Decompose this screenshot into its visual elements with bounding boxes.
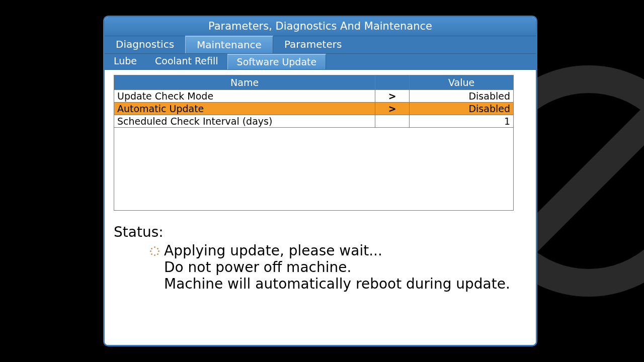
- secondary-tab-row: Lube Coolant Refill Software Update: [105, 54, 536, 70]
- spinner-icon: [150, 246, 159, 255]
- status-text: Applying update, please wait...: [164, 242, 382, 259]
- status-block: Status: Applying update, please wait... …: [114, 224, 527, 292]
- chevron-right-icon: >: [375, 103, 410, 115]
- status-line: Do not power off machine.: [164, 259, 527, 276]
- tab-software-update[interactable]: Software Update: [227, 54, 327, 69]
- app-window: Parameters, Diagnostics And Maintenance …: [103, 16, 537, 346]
- cell-value: 1: [410, 115, 514, 128]
- cell-value: Disabled: [410, 103, 514, 115]
- col-header-arrow: [375, 75, 410, 90]
- tab-diagnostics[interactable]: Diagnostics: [105, 36, 185, 53]
- status-label: Status:: [114, 224, 527, 240]
- table-row[interactable]: Scheduled Check Interval (days) 1: [114, 115, 514, 128]
- cell-name: Scheduled Check Interval (days): [114, 115, 375, 128]
- cell-name: Automatic Update: [114, 103, 375, 115]
- table-row[interactable]: Automatic Update > Disabled: [114, 103, 514, 115]
- cell-name: Update Check Mode: [114, 90, 375, 103]
- cell-value: Disabled: [410, 90, 514, 103]
- table-row[interactable]: Update Check Mode > Disabled: [114, 90, 514, 103]
- window-title: Parameters, Diagnostics And Maintenance: [105, 17, 536, 36]
- table-empty-area: [114, 128, 514, 211]
- tab-maintenance[interactable]: Maintenance: [185, 36, 273, 53]
- col-header-value: Value: [410, 75, 514, 90]
- settings-table: Name Value Update Check Mode > Disabled …: [114, 75, 514, 128]
- status-line: Machine will automatically reboot during…: [164, 276, 527, 292]
- tab-lube[interactable]: Lube: [105, 54, 146, 69]
- cell-arrow: [375, 115, 410, 128]
- content-area: Name Value Update Check Mode > Disabled …: [105, 70, 536, 345]
- tab-coolant-refill[interactable]: Coolant Refill: [146, 54, 227, 69]
- col-header-name: Name: [114, 75, 375, 90]
- chevron-right-icon: >: [375, 90, 410, 103]
- status-line: Applying update, please wait...: [164, 242, 527, 259]
- tab-parameters[interactable]: Parameters: [273, 36, 353, 53]
- primary-tab-row: Diagnostics Maintenance Parameters: [105, 36, 536, 54]
